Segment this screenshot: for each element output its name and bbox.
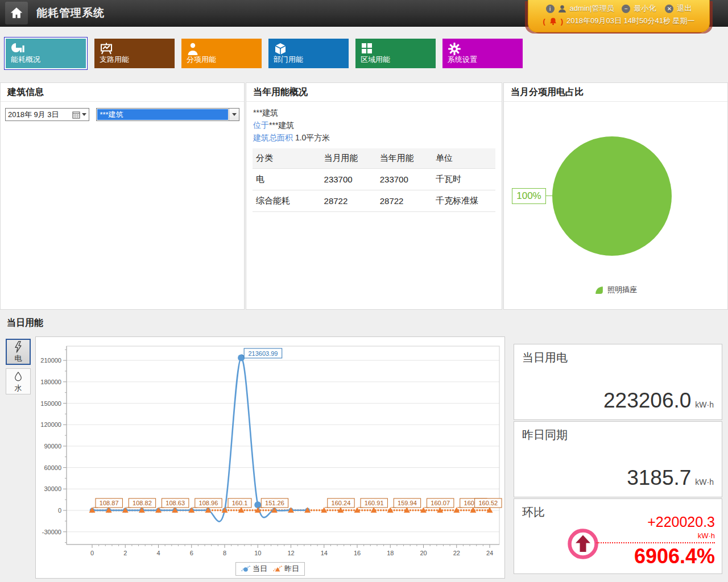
up-arrow-icon [566,527,599,563]
data-label: 159.94 [398,500,417,506]
chevron-down-icon [82,113,86,116]
location-value: ***建筑 [269,120,294,130]
monthly-pie-panel: 当月分项用电占比 100% 照明插座 [503,82,728,310]
main-nav: 能耗概况 支路用能 分项用能 [6,39,523,70]
alarm-bell-icon[interactable] [549,17,557,26]
building-select[interactable]: ***建筑 [96,108,239,121]
pie-slice-icon [594,285,604,295]
water-drop-icon [13,370,23,383]
building-area: 建筑总面积 1.0平方米 [253,131,495,144]
cell: 28722 [377,190,432,212]
cell: 千克标准煤 [432,190,495,212]
x-axis-tick-label: 20 [420,550,427,556]
logout-button[interactable]: 退出 [677,3,692,14]
x-axis-tick-label: 10 [254,550,261,556]
nav-label: 区域用能 [361,55,390,65]
cell: 电 [253,169,321,190]
building-location: 位于***建筑 [253,119,495,131]
table-row: 电 233700 233700 千瓦时 [253,169,495,190]
cell: 28722 [321,190,377,212]
nav-department-energy[interactable]: 部门用能 [268,39,349,68]
tab-label: 电 [15,354,22,364]
y-axis-tick-label: -30000 [42,529,61,535]
triangle-marker-icon [273,565,283,573]
legend-label: 当日 [253,564,267,574]
minus-circle-icon[interactable]: − [622,5,630,13]
nav-label: 部门用能 [274,55,303,65]
nav-area-energy[interactable]: 区域用能 [355,39,436,68]
x-axis-tick-label: 14 [321,550,328,556]
alarm-paren-right: ) [561,17,563,26]
nav-subitem-energy[interactable]: 分项用能 [181,39,262,68]
tab-water[interactable]: 水 [6,368,31,394]
nav-system-settings[interactable]: 系统设置 [442,39,523,68]
x-axis-tick-label: 18 [387,550,394,556]
pie-slice-lighting[interactable] [552,136,672,256]
area-label[interactable]: 建筑总面积 [253,133,293,142]
table-row: 综合能耗 28722 28722 千克标准煤 [253,190,495,212]
y-axis-tick-label: 150000 [40,400,61,407]
minimize-button[interactable]: 最小化 [634,3,656,14]
data-label: 160.91 [365,500,384,506]
x-axis-tick-label: 0 [90,550,94,556]
stat-yesterday-same-period: 昨日同期 3185.7 kW·h [514,421,722,497]
x-axis-tick-label: 6 [190,550,193,556]
area-value: 1.0平方米 [295,133,330,142]
datetime-row: ( ) 2018年09月03日 14时50分41秒 星期一 [528,16,709,26]
building-select-value: ***建筑 [97,109,228,120]
col-month: 当月用能 [321,148,377,169]
data-label: 108.82 [133,500,152,506]
x-axis-tick-label: 24 [486,550,493,556]
nav-label: 分项用能 [187,55,216,65]
date-picker-value: 2018年 9月 3日 [8,110,72,120]
close-circle-icon[interactable]: ✕ [665,5,673,13]
ring-ratio-unit: kW·h [597,531,715,540]
col-category: 分类 [253,148,321,169]
y-axis-tick-label: 210000 [40,357,61,364]
today-data-point[interactable] [238,355,245,361]
location-label[interactable]: 位于 [253,120,269,130]
legend-item-today[interactable]: 当日 [241,564,267,574]
y-axis-tick-label: 120000 [40,421,61,428]
stat-title: 昨日同期 [522,427,568,443]
home-button[interactable] [5,2,28,24]
line-chart-svg[interactable]: -300000300006000090000120000150000180000… [36,337,504,560]
select-dropdown-button[interactable] [229,109,239,120]
nav-label: 系统设置 [448,55,477,65]
nav-label: 能耗概况 [11,55,40,65]
y-axis-tick-label: 30000 [44,485,61,492]
pie-percent-label: 100% [512,188,546,204]
building-name: ***建筑 [253,106,495,119]
nav-energy-overview[interactable]: 能耗概况 [4,37,88,70]
tab-label: 水 [15,383,22,393]
info-icon[interactable]: i [546,5,555,13]
logged-in-user[interactable]: admin|管理员 [570,3,614,14]
panel-title: 当月分项用电占比 [504,83,727,102]
energy-summary-table: 分类 当月用能 当年用能 单位 电 233700 233700 千瓦时 综合能耗… [253,148,495,212]
dotted-divider [597,542,715,543]
x-axis-tick-label: 8 [223,550,226,556]
series-today-line[interactable] [92,358,308,522]
x-axis-tick-label: 2 [123,550,127,556]
app-header: 能耗管理系统 i admin|管理员 − 最小化 ✕ 退出 ( ) 2018年0… [0,0,728,27]
x-axis-tick-label: 12 [287,550,294,556]
legend-label: 昨日 [284,564,299,574]
data-label: 108.87 [100,500,119,506]
date-picker[interactable]: 2018年 9月 3日 [5,108,89,121]
cell: 233700 [321,169,377,190]
data-label: 160.07 [431,500,450,506]
data-label: 108.63 [166,500,185,506]
pie-legend[interactable]: 照明插座 [504,285,727,295]
user-badge: i admin|管理员 − 最小化 ✕ 退出 ( ) 2018年09月03日 1… [528,0,710,32]
nav-branch-energy[interactable]: 支路用能 [94,39,175,68]
legend-item-yesterday[interactable]: 昨日 [273,564,299,574]
y-axis-tick-label: 180000 [40,379,61,385]
cell: 千瓦时 [432,169,495,190]
alarm-paren-left: ( [543,17,545,26]
plot-border [67,346,499,544]
datetime-text: 2018年09月03日 14时50分41秒 星期一 [566,16,694,26]
stat-ring-ratio: 环比 +220020.3 kW·h 6906.4% [514,498,722,574]
x-axis-tick-label: 22 [453,550,460,556]
col-year: 当年用能 [377,148,432,169]
tab-electricity[interactable]: 电 [6,339,31,365]
